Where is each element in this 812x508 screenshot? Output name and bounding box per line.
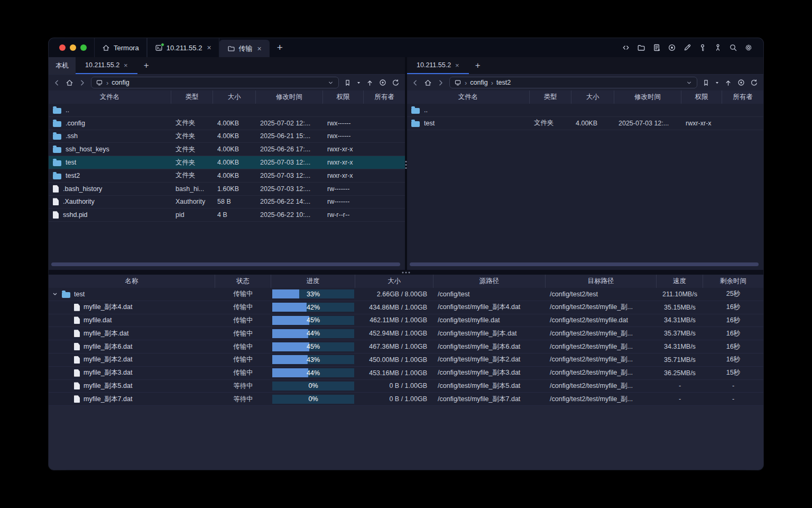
splitter-grip [402, 271, 410, 273]
zoom-window-button[interactable] [80, 44, 87, 51]
column-header[interactable]: 文件名 [49, 90, 171, 104]
folder-icon [411, 121, 420, 127]
new-panel-tab-button[interactable]: + [469, 57, 487, 74]
column-header[interactable]: 大小 [355, 275, 433, 288]
close-icon[interactable]: × [124, 61, 128, 69]
transfer-row[interactable]: myfile_副本7.dat 等待中 0% 0 B / 1.00GB /conf… [49, 393, 763, 406]
transfer-row[interactable]: myfile_副本6.dat 传输中 45% 467.36MB / 1.00GB… [49, 340, 763, 353]
pencil-icon[interactable] [683, 43, 691, 52]
show-hidden-icon[interactable] [379, 78, 387, 87]
file-row[interactable]: .config 文件夹 4.00KB 2025-07-02 12:... rwx… [49, 117, 405, 130]
file-modified: 2025-07-02 12:... [256, 120, 323, 127]
file-row[interactable]: test2 文件夹 4.00KB 2025-07-03 12:... rwxr-… [49, 169, 405, 183]
column-header[interactable]: 状态 [215, 275, 271, 288]
tab-local-machine[interactable]: 本机 [49, 57, 76, 74]
column-header[interactable]: 目标路径 [546, 275, 657, 288]
chevron-down-icon[interactable] [327, 79, 334, 86]
column-header[interactable]: 文件名 [407, 90, 530, 104]
crumb-segment[interactable]: config [112, 79, 129, 86]
column-header[interactable]: 修改时间 [614, 90, 681, 104]
column-header[interactable]: 类型 [171, 90, 213, 104]
settings-icon[interactable] [744, 43, 753, 52]
column-header[interactable]: 名称 [49, 275, 215, 288]
column-header[interactable]: 类型 [530, 90, 571, 104]
transfer-row[interactable]: myfile.dat 传输中 45% 462.11MB / 1.00GB /co… [49, 314, 763, 328]
bookmark-icon[interactable] [344, 79, 352, 87]
file-row[interactable]: test 文件夹 4.00KB 2025-07-03 12:... rwxr-x… [407, 117, 763, 130]
code-icon[interactable] [622, 43, 630, 52]
transfer-row[interactable]: myfile_副本4.dat 传输中 42% 434.86MB / 1.00GB… [49, 301, 763, 314]
file-row[interactable]: .ssh 文件夹 4.00KB 2025-06-21 15:... rwx---… [49, 130, 405, 143]
search-icon[interactable] [729, 43, 737, 52]
column-header[interactable]: 修改时间 [256, 90, 323, 104]
column-header[interactable]: 大小 [571, 90, 614, 104]
tab-host-terminal[interactable]: 10.211.55.2 × [147, 38, 219, 57]
file-permissions: rwxr-xr-x [323, 146, 364, 153]
record-icon[interactable] [668, 43, 676, 52]
file-row[interactable]: sshd.pid pid 4 B 2025-06-22 10:... rw-r-… [49, 208, 405, 222]
dropdown-arrow-icon[interactable] [715, 80, 719, 85]
transfer-row[interactable]: myfile_副本.dat 传输中 44% 452.94MB / 1.00GB … [49, 327, 763, 340]
transfer-row[interactable]: myfile_副本2.dat 传输中 43% 450.00MB / 1.00GB… [49, 353, 763, 367]
refresh-icon[interactable] [392, 79, 400, 87]
close-window-button[interactable] [59, 44, 66, 51]
column-header[interactable]: 所有者 [364, 90, 405, 104]
transfer-row[interactable]: myfile_副本3.dat 传输中 44% 453.16MB / 1.00GB… [49, 367, 763, 380]
upload-icon[interactable] [724, 79, 732, 87]
transfer-panel-splitter[interactable] [49, 270, 763, 275]
breadcrumb[interactable]: › config › test2 [449, 77, 697, 88]
upload-icon[interactable] [366, 79, 374, 87]
column-header[interactable]: 大小 [213, 90, 256, 104]
column-header[interactable]: 所有者 [722, 90, 763, 104]
refresh-icon[interactable] [750, 79, 758, 87]
right-panel-tabs: 10.211.55.2 × + [407, 57, 763, 75]
show-hidden-icon[interactable] [737, 78, 745, 87]
close-icon[interactable]: × [455, 61, 459, 69]
horizontal-scrollbar[interactable] [410, 262, 759, 266]
new-tab-button[interactable]: + [270, 38, 290, 57]
column-header[interactable]: 权限 [681, 90, 722, 104]
app-home-tab[interactable]: Termora [94, 38, 147, 57]
home-icon[interactable] [66, 79, 73, 87]
tab-transfer[interactable]: 传输 × [219, 40, 270, 57]
transfer-row[interactable]: myfile_副本5.dat 等待中 0% 0 B / 1.00GB /conf… [49, 380, 763, 393]
column-header[interactable]: 权限 [323, 90, 364, 104]
column-header[interactable]: 进度 [271, 275, 355, 288]
transfer-row[interactable]: test 传输中 33% 2.66GB / 8.00GB /config/tes… [49, 288, 763, 301]
home-icon[interactable] [424, 79, 432, 87]
chevron-down-icon[interactable] [686, 79, 693, 86]
crumb-segment[interactable]: test2 [496, 79, 511, 86]
bookmark-icon[interactable] [702, 79, 710, 87]
minimize-window-button[interactable] [70, 44, 76, 51]
transfer-source: /config/test/myfile_副本7.dat [433, 395, 546, 404]
column-header[interactable]: 源路径 [433, 275, 546, 288]
dropdown-arrow-icon[interactable] [356, 80, 361, 85]
collapse-chevron-icon[interactable] [52, 291, 58, 297]
file-row-selected[interactable]: test 文件夹 4.00KB 2025-07-03 12:... rwxr-x… [49, 156, 405, 169]
back-icon[interactable] [53, 79, 61, 87]
keychain-icon[interactable] [714, 43, 722, 52]
file-row[interactable]: ssh_host_keys 文件夹 4.00KB 2025-06-26 17:.… [49, 143, 405, 156]
close-icon[interactable]: × [257, 44, 262, 53]
column-header[interactable]: 速度 [657, 275, 703, 288]
column-header[interactable]: 剩余时间 [703, 275, 763, 288]
breadcrumb[interactable]: › config [91, 77, 339, 88]
crumb-segment[interactable]: config [470, 79, 487, 86]
file-size: 4.00KB [213, 146, 256, 153]
file-row[interactable]: .. [407, 104, 763, 117]
transfer-remaining: 16秒 [703, 329, 763, 338]
close-icon[interactable]: × [207, 43, 211, 52]
file-row[interactable]: .. [49, 104, 405, 117]
tab-host-sftp[interactable]: 10.211.55.2 × [76, 57, 137, 74]
forward-icon[interactable] [78, 79, 86, 87]
file-row[interactable]: .Xauthority Xauthority 58 B 2025-06-22 1… [49, 196, 405, 209]
forward-icon[interactable] [437, 79, 445, 87]
log-icon[interactable] [652, 43, 661, 52]
tab-host-sftp[interactable]: 10.211.55.2 × [407, 57, 469, 74]
horizontal-scrollbar[interactable] [51, 262, 400, 266]
back-icon[interactable] [411, 79, 419, 87]
new-panel-tab-button[interactable]: + [137, 57, 155, 74]
file-row[interactable]: .bash_history bash_hi... 1.60KB 2025-07-… [49, 183, 405, 196]
key-icon[interactable] [698, 43, 707, 52]
folder-icon[interactable] [637, 43, 645, 52]
